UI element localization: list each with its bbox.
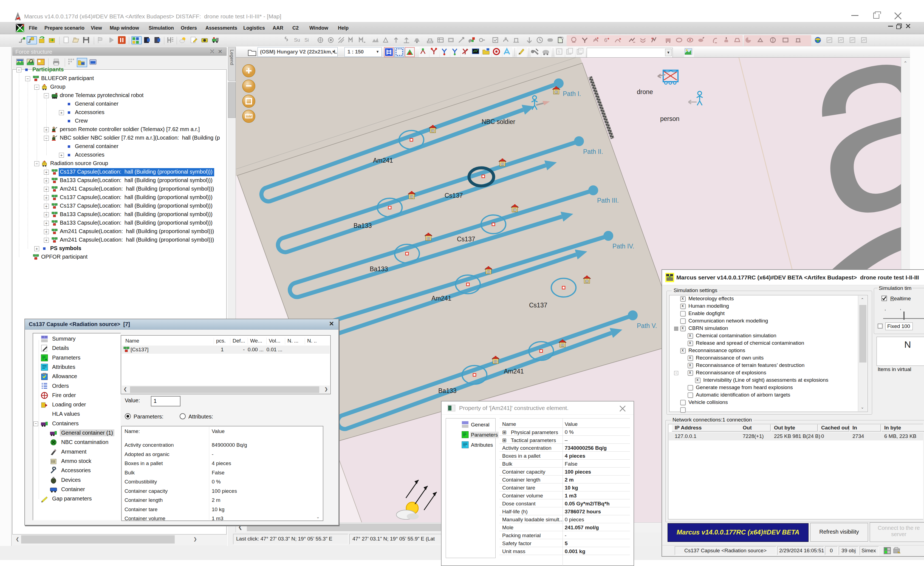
svg-text:drone: drone — [637, 88, 653, 96]
svg-text:Cs137: Cs137 — [529, 302, 547, 309]
svg-text:Ba133: Ba133 — [354, 222, 372, 229]
svg-text:NBC soldier: NBC soldier — [482, 118, 515, 125]
svg-text:Path V.: Path V. — [637, 322, 657, 329]
svg-text:Cs137: Cs137 — [457, 235, 475, 243]
svg-text:Ba133: Ba133 — [438, 387, 457, 394]
svg-text:Am241: Am241 — [504, 368, 524, 375]
svg-text:Path III.: Path III. — [597, 197, 619, 204]
svg-text:Si: Si — [304, 37, 309, 43]
svg-text:5: 5 — [558, 49, 560, 54]
svg-text:Ba133: Ba133 — [370, 265, 388, 273]
svg-text:Am241: Am241 — [431, 295, 452, 302]
svg-text:Am241: Am241 — [373, 157, 393, 164]
svg-text:Path IV.: Path IV. — [612, 243, 634, 250]
svg-text:Cs137: Cs137 — [445, 192, 463, 199]
svg-text:Path I.: Path I. — [563, 90, 581, 97]
svg-text:person: person — [660, 115, 680, 122]
svg-text:6: 6 — [604, 37, 607, 43]
svg-text:Su: Su — [294, 37, 300, 43]
svg-text:Path II.: Path II. — [583, 148, 603, 155]
